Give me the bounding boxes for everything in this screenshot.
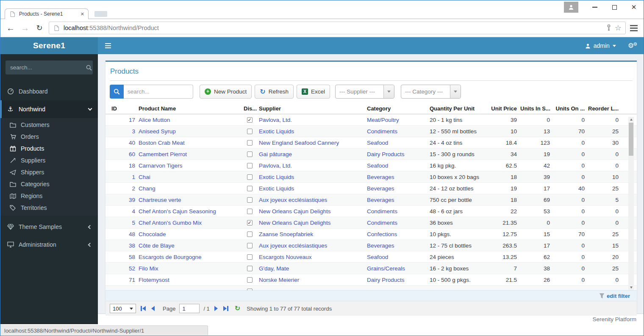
first-page-button[interactable] [140,306,147,311]
id-link[interactable]: 48 [129,231,135,237]
name-link[interactable]: Filo Mix [139,265,158,272]
browser-menu-icon[interactable] [630,25,638,31]
supplier-link[interactable]: Gai pâturage [259,151,292,157]
name-link[interactable]: Chef Anton's Gumbo Mix [139,220,202,226]
name-link[interactable]: Aniseed Syrup [139,128,176,135]
id-link[interactable]: 40 [129,140,135,146]
discontinued-checkbox[interactable] [247,140,253,146]
column-header-order[interactable]: Units On ... [552,105,586,112]
new-tab-button[interactable] [94,11,107,17]
browser-tab[interactable]: Products - Serene1 ✕ [5,8,89,19]
column-header-price[interactable]: Unit Price [487,105,519,112]
supplier-link[interactable]: New England Seafood Cannery [259,140,339,146]
quick-search-input[interactable] [124,85,193,99]
supplier-link[interactable]: Norske Meierier [259,277,299,283]
sidebar-item-regions[interactable]: Regions [0,190,98,202]
quick-search-button[interactable] [110,85,124,99]
window-maximize-button[interactable] [605,1,624,14]
column-header-category[interactable]: Category [365,105,428,112]
window-close-button[interactable]: ✕ [624,1,644,14]
column-header-name[interactable]: Product Name [137,105,242,112]
reload-icon[interactable]: ↻ [34,24,44,32]
category-filter-select[interactable]: --- Category --- [401,85,461,99]
discontinued-checkbox[interactable] [247,151,253,157]
category-link[interactable]: Beverages [367,174,394,180]
supplier-link[interactable]: Exotic Liquids [259,128,294,135]
sidebar-item-orders[interactable]: Orders [0,131,98,143]
category-link[interactable]: Condiments [367,128,397,135]
id-link[interactable]: 2 [132,185,135,192]
name-link[interactable]: Chartreuse verte [139,197,181,203]
id-link[interactable]: 52 [129,265,135,272]
discontinued-checkbox[interactable] [247,209,253,214]
column-header-supplier[interactable]: Supplier [257,105,365,112]
id-link[interactable]: 3 [132,128,135,135]
user-menu[interactable]: admin [580,37,622,54]
supplier-link[interactable]: Exotic Liquids [259,174,294,180]
refresh-button[interactable]: ↻ Refresh [255,85,294,99]
name-link[interactable]: Chang [139,185,155,192]
key-icon[interactable] [606,25,611,31]
column-header-qty[interactable]: Quantity Per Unit [428,105,487,112]
scroll-down-icon[interactable] [628,285,634,290]
discontinued-checkbox[interactable] [247,231,253,237]
name-link[interactable]: Carnarvon Tigers [139,162,183,169]
category-link[interactable]: Beverages [367,185,394,192]
sidebar-item-administration[interactable]: Administration [0,236,98,253]
window-minimize-button[interactable] [585,1,605,14]
category-link[interactable]: Condiments [367,208,397,215]
forward-icon[interactable]: → [20,23,30,33]
pager-refresh-icon[interactable]: ↻ [235,305,240,312]
column-header-stock[interactable]: Units In S... [519,105,552,112]
category-link[interactable]: Seafood [367,162,388,169]
settings-gears-icon[interactable]: ⚙⚙ [622,37,644,54]
last-page-button[interactable] [222,306,229,311]
name-link[interactable]: Alice Mutton [139,117,170,123]
category-link[interactable]: Dairy Products [367,151,405,157]
scroll-up-icon[interactable] [628,117,634,122]
discontinued-checkbox[interactable] [247,277,253,283]
id-link[interactable]: 5 [132,220,135,226]
name-link[interactable]: Escargots de Bourgogne [139,254,202,260]
column-header-id[interactable]: ID [110,105,137,112]
discontinued-checkbox[interactable] [247,289,253,291]
discontinued-checkbox[interactable] [247,186,253,191]
name-link[interactable]: Boston Crab Meat [139,140,185,146]
sidebar-item-products[interactable]: Products [0,143,98,154]
discontinued-checkbox[interactable]: ✓ [247,117,253,123]
supplier-link[interactable]: Aux joyeux ecclésiastiques [259,197,327,203]
id-link[interactable]: 38 [129,242,135,249]
category-link[interactable]: Seafood [367,140,388,146]
name-link[interactable]: Chocolade [139,231,166,237]
sidebar-item-northwind[interactable]: ⚓ Northwind [0,100,98,118]
browser-profile-button[interactable] [564,2,578,13]
discontinued-checkbox[interactable] [247,243,253,248]
discontinued-checkbox[interactable] [247,174,253,180]
discontinued-checkbox[interactable]: ✓ [247,220,253,226]
sidebar-item-theme-samples[interactable]: Theme Samples [0,218,98,236]
sidebar-item-suppliers[interactable]: Suppliers [0,154,98,166]
name-link[interactable]: Camembert Pierrot [139,151,187,157]
supplier-link[interactable]: Exotic Liquids [259,185,294,192]
category-link[interactable]: Beverages [367,197,394,203]
sidebar-item-customers[interactable]: Customers [0,119,98,131]
supplier-link[interactable]: Escargots Nouveaux [259,254,312,260]
supplier-link[interactable]: New Orleans Cajun Delights [259,220,331,226]
name-link[interactable]: Chef Anton's Cajun Seasoning [139,208,216,215]
discontinued-checkbox[interactable] [247,254,253,260]
page-number-input[interactable] [179,304,200,313]
discontinued-checkbox[interactable] [247,129,253,134]
sidebar-item-territories[interactable]: Territories [0,202,98,214]
supplier-link[interactable]: Aux joyeux ecclésiastiques [259,242,327,249]
category-link[interactable]: Confections [367,231,397,237]
sidebar-item-categories[interactable]: Categories [0,178,98,190]
bookmark-star-icon[interactable]: ☆ [615,24,622,32]
discontinued-checkbox[interactable] [247,266,253,271]
supplier-link[interactable]: Pavlova, Ltd. [259,117,292,123]
excel-export-button[interactable]: X Excel [297,85,330,99]
id-link[interactable]: 18 [129,162,135,169]
sidebar-search-input[interactable] [10,64,85,71]
discontinued-checkbox[interactable] [247,197,253,203]
id-link[interactable]: 71 [129,277,135,283]
previous-page-button[interactable] [150,306,155,311]
